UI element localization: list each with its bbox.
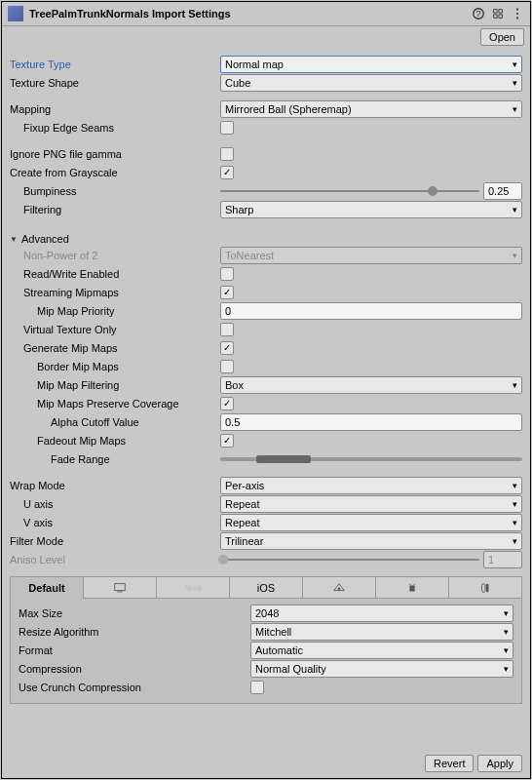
virtual-texture-only-label: Virtual Texture Only <box>10 324 220 335</box>
filter-mode-dropdown[interactable]: Trilinear <box>220 532 522 550</box>
mipmaps-preserve-coverage-checkbox[interactable] <box>220 397 234 410</box>
filtering-label: Filtering <box>10 204 220 215</box>
platform-tabs: Default N∞s iOS <box>10 576 522 599</box>
svg-point-2 <box>516 9 518 11</box>
fixup-edge-seams-checkbox[interactable] <box>220 121 234 135</box>
virtual-texture-only-checkbox[interactable] <box>220 323 234 336</box>
create-from-grayscale-label: Create from Grayscale <box>10 167 220 178</box>
tab-pc[interactable] <box>84 577 157 599</box>
ignore-png-gamma-label: Ignore PNG file gamma <box>10 148 220 160</box>
help-icon[interactable]: ? <box>472 7 485 20</box>
mipmap-priority-input[interactable]: 0 <box>220 302 522 320</box>
tab-web[interactable] <box>303 577 376 599</box>
border-mipmaps-checkbox[interactable] <box>220 360 234 373</box>
svg-point-7 <box>338 587 341 590</box>
bumpiness-slider[interactable] <box>220 190 479 192</box>
filtering-dropdown[interactable]: Sharp <box>220 201 522 218</box>
max-size-label: Max Size <box>19 607 250 619</box>
mapping-label: Mapping <box>10 103 220 115</box>
revert-button[interactable]: Revert <box>425 755 474 772</box>
mapping-dropdown[interactable]: Mirrored Ball (Spheremap) <box>220 100 522 118</box>
menu-icon[interactable] <box>511 7 524 20</box>
ignore-png-gamma-checkbox[interactable] <box>220 147 234 161</box>
non-power-of-2-label: Non-Power of 2 <box>10 250 220 261</box>
fade-range-label: Fade Range <box>10 453 220 465</box>
v-axis-dropdown[interactable]: Repeat <box>220 514 522 531</box>
svg-rect-6 <box>117 591 122 592</box>
texture-type-dropdown[interactable]: Normal map <box>220 56 522 73</box>
alpha-cutoff-input[interactable]: 0.5 <box>220 413 522 431</box>
tab-switch[interactable] <box>449 577 521 599</box>
tab-default[interactable]: Default <box>11 577 84 599</box>
generate-mipmaps-label: Generate Mip Maps <box>10 342 220 354</box>
use-crunch-checkbox[interactable] <box>250 681 264 694</box>
u-axis-dropdown[interactable]: Repeat <box>220 495 522 513</box>
resize-algorithm-dropdown[interactable]: Mitchell <box>250 623 513 641</box>
format-label: Format <box>19 644 250 656</box>
border-mipmaps-label: Border Mip Maps <box>10 361 220 372</box>
svg-rect-8 <box>409 585 414 591</box>
tab-nios[interactable]: N∞s <box>157 577 230 599</box>
svg-rect-11 <box>482 583 486 592</box>
svg-line-10 <box>414 583 415 585</box>
svg-point-4 <box>516 17 518 19</box>
fadeout-mipmaps-label: Fadeout Mip Maps <box>10 435 220 447</box>
read-write-label: Read/Write Enabled <box>10 268 220 280</box>
max-size-dropdown[interactable]: 2048 <box>250 604 513 622</box>
tab-android[interactable] <box>376 577 449 599</box>
generate-mipmaps-checkbox[interactable] <box>220 341 234 355</box>
mipmap-filtering-label: Mip Map Filtering <box>10 379 220 391</box>
filter-mode-label: Filter Mode <box>10 535 220 547</box>
svg-rect-5 <box>115 583 126 590</box>
svg-point-3 <box>516 13 518 15</box>
tab-ios[interactable]: iOS <box>230 577 303 599</box>
fixup-edge-seams-label: Fixup Edge Seams <box>10 122 220 134</box>
mipmap-filtering-dropdown[interactable]: Box <box>220 376 522 394</box>
texture-shape-dropdown[interactable]: Cube <box>220 74 522 92</box>
compression-label: Compression <box>19 663 250 675</box>
alpha-cutoff-label: Alpha Cutoff Value <box>10 416 220 428</box>
resize-algorithm-label: Resize Algorithm <box>19 626 250 638</box>
svg-rect-12 <box>486 583 489 592</box>
apply-button[interactable]: Apply <box>477 755 522 772</box>
bumpiness-value[interactable]: 0.25 <box>483 182 522 200</box>
streaming-mipmaps-checkbox[interactable] <box>220 286 234 299</box>
open-button[interactable]: Open <box>480 28 524 46</box>
aniso-level-label: Aniso Level <box>10 554 220 566</box>
bumpiness-label: Bumpiness <box>10 185 220 197</box>
use-crunch-label: Use Crunch Compression <box>19 682 250 693</box>
preset-icon[interactable] <box>491 7 505 20</box>
fade-range-slider[interactable] <box>220 457 522 461</box>
fadeout-mipmaps-checkbox[interactable] <box>220 434 234 448</box>
u-axis-label: U axis <box>10 498 220 510</box>
compression-dropdown[interactable]: Normal Quality <box>250 660 513 678</box>
mipmap-priority-label: Mip Map Priority <box>10 305 220 317</box>
streaming-mipmaps-label: Streaming Mipmaps <box>10 287 220 298</box>
texture-shape-label: Texture Shape <box>10 77 220 89</box>
window-title: TreePalmTrunkNormals Import Settings <box>29 8 472 20</box>
mipmaps-preserve-coverage-label: Mip Maps Preserve Coverage <box>10 398 220 410</box>
create-from-grayscale-checkbox[interactable] <box>220 166 234 179</box>
aniso-level-value: 1 <box>483 551 522 568</box>
wrap-mode-dropdown[interactable]: Per-axis <box>220 477 522 494</box>
advanced-header[interactable]: Advanced <box>10 233 522 245</box>
format-dropdown[interactable]: Automatic <box>250 642 513 659</box>
aniso-level-slider <box>220 559 479 561</box>
texture-type-label: Texture Type <box>10 58 220 70</box>
svg-text:?: ? <box>475 8 480 19</box>
v-axis-label: V axis <box>10 517 220 528</box>
texture-icon <box>8 6 23 21</box>
read-write-checkbox[interactable] <box>220 267 234 281</box>
svg-line-9 <box>409 583 410 585</box>
non-power-of-2-dropdown: ToNearest <box>220 247 522 264</box>
wrap-mode-label: Wrap Mode <box>10 480 220 491</box>
